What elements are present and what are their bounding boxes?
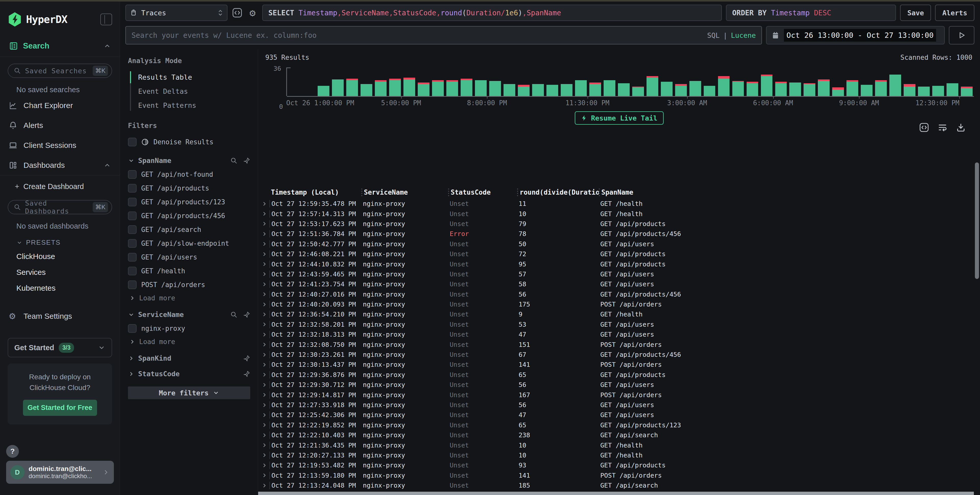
table-row[interactable]: Oct 27 12:57:14.313 PMnginx-proxyUnset10…	[259, 209, 975, 219]
histogram-slot[interactable]	[417, 67, 431, 96]
histogram-slot[interactable]	[317, 67, 331, 96]
table-row[interactable]: Oct 27 12:29:36.876 PMnginx-proxyUnset65…	[259, 370, 975, 380]
histogram-slot[interactable]	[816, 67, 831, 96]
denoise-results-toggle[interactable]: Denoise Results	[128, 135, 250, 149]
sidebar-item-client-sessions[interactable]: Client Sessions	[0, 135, 120, 155]
filter-group-statuscode[interactable]: StatusCode	[128, 370, 250, 378]
checkbox[interactable]	[128, 198, 137, 206]
gear-icon[interactable]: ⚙	[247, 7, 258, 18]
row-expand-icon[interactable]	[259, 372, 269, 377]
histogram-slot[interactable]	[302, 67, 317, 96]
table-row[interactable]: Oct 27 12:32:08.750 PMnginx-proxyUnset15…	[259, 339, 975, 349]
search-icon[interactable]	[230, 157, 237, 164]
select-query-input[interactable]: SELECT Timestamp,ServiceName,StatusCode,…	[262, 5, 722, 21]
histogram-slot[interactable]	[602, 67, 617, 96]
histogram-slot[interactable]	[502, 67, 517, 96]
histogram-slot[interactable]	[488, 67, 502, 96]
checkbox[interactable]	[128, 212, 137, 220]
checkbox[interactable]	[128, 170, 137, 179]
row-expand-icon[interactable]	[259, 261, 269, 267]
histogram-slot[interactable]	[660, 67, 674, 96]
sidebar-item-alerts[interactable]: Alerts	[0, 115, 120, 135]
histogram-slot[interactable]	[431, 67, 445, 96]
table-row[interactable]: Oct 27 12:32:18.313 PMnginx-proxyUnset47…	[259, 329, 975, 339]
row-expand-icon[interactable]	[259, 402, 269, 408]
histogram-slot[interactable]	[702, 67, 717, 96]
analysis-mode-results-table[interactable]: Results Table	[135, 70, 250, 84]
download-icon[interactable]	[956, 123, 966, 132]
row-expand-icon[interactable]	[259, 422, 269, 428]
col-statuscode[interactable]: StatusCode	[448, 188, 517, 196]
table-row[interactable]: Oct 27 12:41:23.754 PMnginx-proxyUnset58…	[259, 279, 975, 289]
table-row[interactable]: Oct 27 12:19:53.482 PMnginx-proxyUnset93…	[259, 460, 975, 470]
row-expand-icon[interactable]	[259, 362, 269, 368]
table-row[interactable]: Oct 27 12:40:20.093 PMnginx-proxyUnset17…	[259, 299, 975, 309]
histogram-slot[interactable]	[802, 67, 816, 96]
analysis-mode-event-deltas[interactable]: Event Deltas	[135, 84, 250, 98]
row-expand-icon[interactable]	[259, 282, 269, 287]
checkbox[interactable]	[128, 184, 137, 193]
table-row[interactable]: Oct 27 12:10:53.155 PMnginx-proxyUnset71…	[259, 490, 975, 491]
row-expand-icon[interactable]	[259, 433, 269, 438]
table-row[interactable]: Oct 27 12:40:27.016 PMnginx-proxyUnset56…	[259, 290, 975, 299]
load-more-button[interactable]: Load more	[128, 335, 250, 347]
row-expand-icon[interactable]	[259, 251, 269, 257]
checkbox[interactable]	[128, 225, 137, 234]
run-query-button[interactable]	[949, 26, 974, 45]
histogram-slot[interactable]	[831, 67, 845, 96]
table-row[interactable]: Oct 27 12:32:58.201 PMnginx-proxyUnset53…	[259, 320, 975, 329]
code-view-icon[interactable]	[919, 123, 929, 132]
source-select[interactable]: Traces	[126, 5, 228, 21]
saved-searches-input[interactable]: Saved Searches ⌘K	[8, 64, 112, 78]
row-expand-icon[interactable]	[259, 201, 269, 207]
filter-group-spanname[interactable]: SpanName	[128, 157, 250, 164]
sidebar-item-chart-explorer[interactable]: Chart Explorer	[0, 95, 120, 115]
user-menu[interactable]: D dominic.tran@clic... dominic.tran@clic…	[6, 461, 114, 484]
table-row[interactable]: Oct 27 12:27:33.918 PMnginx-proxyUnset56…	[259, 400, 975, 410]
row-expand-icon[interactable]	[259, 291, 269, 297]
row-expand-icon[interactable]	[259, 312, 269, 317]
filter-option-get-api-search[interactable]: GET /api/search	[128, 223, 250, 237]
horizontal-scrollbar[interactable]	[258, 492, 974, 495]
histogram-slot[interactable]	[388, 67, 402, 96]
sidebar-item-search[interactable]: Search	[0, 34, 120, 57]
filter-option-get-api-products-456[interactable]: GET /api/products/456	[128, 209, 250, 223]
histogram-slot[interactable]	[545, 67, 560, 96]
table-row[interactable]: Oct 27 12:43:59.465 PMnginx-proxyUnset57…	[259, 269, 975, 279]
row-expand-icon[interactable]	[259, 442, 269, 448]
search-icon[interactable]	[230, 311, 237, 318]
pin-icon[interactable]	[243, 311, 250, 318]
row-expand-icon[interactable]	[259, 332, 269, 337]
code-toggle-icon[interactable]	[232, 7, 243, 18]
text-wrap-icon[interactable]	[938, 123, 947, 132]
col-servicename[interactable]: ServiceName	[361, 188, 448, 196]
histogram-slot[interactable]	[731, 67, 745, 96]
histogram-slot[interactable]	[588, 67, 602, 96]
row-expand-icon[interactable]	[259, 473, 269, 478]
histogram-slot[interactable]	[674, 67, 688, 96]
table-row[interactable]: Oct 27 12:51:36.784 PMnginx-proxyError78…	[259, 229, 975, 239]
row-expand-icon[interactable]	[259, 352, 269, 358]
histogram-slot[interactable]	[345, 67, 359, 96]
row-expand-icon[interactable]	[259, 392, 269, 398]
histogram-slot[interactable]	[931, 67, 945, 96]
table-row[interactable]: Oct 27 12:22:10.403 PMnginx-proxyUnset23…	[259, 430, 975, 440]
table-row[interactable]: Oct 27 12:21:36.435 PMnginx-proxyUnset10…	[259, 440, 975, 450]
histogram-slot[interactable]	[959, 67, 974, 96]
histogram-slot[interactable]	[560, 67, 574, 96]
table-row[interactable]: Oct 27 12:44:10.832 PMnginx-proxyUnset95…	[259, 259, 975, 269]
histogram-slot[interactable]	[874, 67, 888, 96]
filter-group-spankind[interactable]: SpanKind	[128, 354, 250, 362]
checkbox[interactable]	[128, 138, 137, 146]
histogram-slot[interactable]	[331, 67, 345, 96]
histogram-slot[interactable]	[859, 67, 874, 96]
checkbox[interactable]	[128, 267, 137, 275]
histogram-slot[interactable]	[888, 67, 902, 96]
col-duration[interactable]: round(divide(Duration,	[517, 188, 599, 196]
table-row[interactable]: Oct 27 12:20:27.133 PMnginx-proxyUnset10…	[259, 450, 975, 460]
filter-option-get-api-products[interactable]: GET /api/products	[128, 181, 250, 195]
sidebar-item-kubernetes[interactable]: Kubernetes	[0, 280, 120, 296]
get-started-free-button[interactable]: Get Started for Free	[23, 400, 97, 416]
pin-icon[interactable]	[243, 355, 250, 362]
table-row[interactable]: Oct 27 12:13:59.180 PMnginx-proxyUnset14…	[259, 471, 975, 481]
